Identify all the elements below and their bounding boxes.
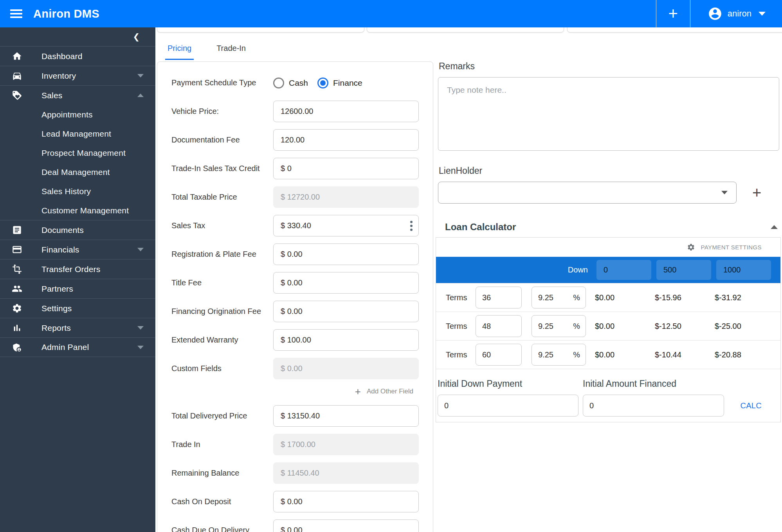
chevron-up-icon [137, 94, 144, 97]
down-amount-input-1[interactable] [596, 260, 651, 280]
tab-pricing[interactable]: Pricing [165, 39, 194, 60]
sidebar-item-sales[interactable]: Sales [0, 85, 155, 105]
sidebar-collapse-row: ❮ [0, 27, 155, 46]
chevron-down-icon [759, 12, 766, 16]
financing-origination-fee-row: Financing Origination Fee [171, 301, 419, 322]
payment-value: $-10.44 [655, 350, 710, 359]
financing-origination-fee-input[interactable] [273, 301, 419, 322]
remaining-balance-row: Remaining Balance [171, 462, 419, 484]
total-delivered-price-input[interactable] [273, 405, 419, 427]
rate-value: 9.25 [538, 293, 553, 302]
sidebar-item-label: Admin Panel [41, 343, 137, 352]
add-lienholder-button[interactable]: + [752, 185, 761, 200]
payment-settings-button[interactable]: PAYMENT SETTINGS [436, 238, 780, 257]
sidebar-item-label: Partners [41, 284, 144, 294]
payment-value: $0.00 [595, 350, 650, 359]
calc-button[interactable]: CALC [740, 401, 762, 410]
add-new-button[interactable]: + [656, 0, 690, 27]
sidebar-item-customer-management[interactable]: Customer Management [0, 201, 155, 220]
user-menu[interactable]: aniron [690, 0, 782, 27]
sidebar-item-label: Dashboard [41, 52, 144, 61]
finance-radio[interactable] [317, 78, 328, 88]
registration-plate-fee-input[interactable] [273, 243, 419, 265]
sidebar-item-label: Reports [41, 323, 137, 333]
credit-card-icon [12, 244, 22, 255]
cash-due-on-delivery-input[interactable] [273, 519, 419, 532]
sidebar-item-settings[interactable]: Settings [0, 298, 155, 318]
sidebar-item-sales-history[interactable]: Sales History [0, 182, 155, 201]
kebab-menu-icon[interactable] [410, 221, 413, 231]
lienholder-select[interactable] [438, 182, 737, 204]
sidebar-item-label: Transfer Orders [41, 265, 144, 274]
chevron-down-icon [137, 74, 144, 78]
terms-label: Terms [446, 293, 467, 302]
down-amount-input-3[interactable] [716, 260, 771, 280]
remaining-balance-input [273, 462, 419, 484]
sidebar-item-lead-management[interactable]: Lead Management [0, 124, 155, 143]
sidebar-item-documents[interactable]: Documents [0, 220, 155, 240]
sidebar-item-label: Financials [41, 245, 137, 254]
registration-plate-fee-row: Registration & Plate Fee [171, 243, 419, 265]
cash-radio[interactable] [273, 78, 284, 88]
tab-trade-in[interactable]: Trade-In [214, 39, 248, 60]
remarks-title: Remarks [439, 61, 779, 72]
sidebar-item-reports[interactable]: Reports [0, 318, 155, 337]
initial-amount-financed-input[interactable] [583, 395, 724, 417]
rate-input[interactable]: 9.25 % [532, 315, 586, 337]
trade-in-tax-credit-input[interactable] [273, 158, 419, 179]
down-amount-input-2[interactable] [656, 260, 711, 280]
chevron-up-icon[interactable] [771, 225, 778, 229]
chevron-down-icon [137, 326, 144, 330]
loan-calculator-header: Loan Calculator [445, 222, 778, 233]
percent-sign: % [573, 350, 580, 359]
rate-input[interactable]: 9.25 % [532, 344, 586, 366]
sidebar-item-admin-panel[interactable]: Admin Panel [0, 337, 155, 357]
documentation-fee-input[interactable] [273, 129, 419, 151]
payment-value: $-20.88 [715, 350, 769, 359]
vehicle-price-input[interactable] [273, 101, 419, 122]
trade-in-row: Trade In [171, 434, 419, 455]
trade-in-tax-credit-row: Trade-In Sales Tax Credit [171, 158, 419, 179]
payment-value: $0.00 [595, 322, 650, 331]
term-months-input[interactable] [476, 344, 522, 366]
initial-payment-section: Initial Down Payment Initial Amount Fina… [436, 369, 780, 422]
hamburger-menu-icon[interactable] [10, 7, 22, 20]
rate-input[interactable]: 9.25 % [532, 287, 586, 308]
remarks-textarea[interactable] [438, 77, 779, 151]
title-fee-input[interactable] [273, 272, 419, 294]
terms-label: Terms [446, 322, 467, 331]
sales-tax-input[interactable] [273, 215, 419, 236]
percent-sign: % [573, 293, 580, 302]
extended-warranty-input[interactable] [273, 329, 419, 351]
field-label: Sales Tax [171, 221, 273, 230]
user-name: aniron [728, 9, 751, 19]
lienholder-title: LienHolder [439, 166, 779, 176]
add-other-field-button[interactable]: + Add Other Field [171, 386, 413, 397]
collapse-sidebar-icon[interactable]: ❮ [133, 32, 140, 41]
sidebar-item-prospect-management[interactable]: Prospect Management [0, 143, 155, 162]
sales-tag-icon [12, 90, 22, 101]
field-label: Trade-In Sales Tax Credit [171, 164, 273, 173]
lienholder-section: LienHolder + [438, 166, 779, 204]
sidebar-item-appointments[interactable]: Appointments [0, 105, 155, 124]
sales-tax-row: Sales Tax [171, 215, 419, 236]
payment-value: $-31.92 [715, 293, 769, 302]
sidebar-item-partners[interactable]: Partners [0, 279, 155, 298]
chevron-down-icon [137, 346, 144, 349]
sidebar-item-transfer-orders[interactable]: Transfer Orders [0, 259, 155, 279]
pricing-card: Payment Schedule Type Cash Finance Vehic… [157, 61, 433, 532]
document-icon [12, 225, 22, 235]
term-months-input[interactable] [476, 287, 522, 308]
cash-on-deposit-input[interactable] [273, 491, 419, 512]
plus-icon: + [355, 386, 361, 397]
sidebar-item-dashboard[interactable]: Dashboard [0, 46, 155, 66]
sidebar-item-deal-management[interactable]: Deal Management [0, 162, 155, 182]
sidebar-item-inventory[interactable]: Inventory [0, 66, 155, 85]
sidebar-item-financials[interactable]: Financials [0, 240, 155, 259]
gear-icon [12, 303, 22, 314]
term-months-input[interactable] [476, 315, 522, 337]
rate-value: 9.25 [538, 322, 553, 331]
add-other-field-label: Add Other Field [367, 388, 413, 395]
payment-value: $-15.96 [655, 293, 710, 302]
initial-down-payment-input[interactable] [438, 395, 578, 417]
